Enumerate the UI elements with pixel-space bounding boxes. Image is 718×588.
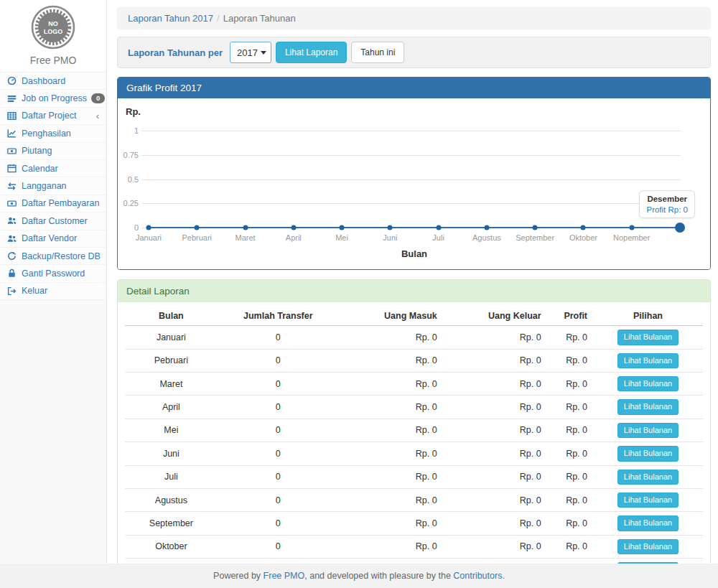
cell-uang-masuk: Rp. 0 <box>339 465 443 488</box>
cell-jumlah-transfer: 0 <box>218 512 339 535</box>
lock-icon <box>6 269 17 278</box>
lihat-bulanan-button[interactable]: Lihat Bulanan <box>617 515 679 531</box>
cell-uang-keluar: Rp. 0 <box>443 535 547 558</box>
col-pilihan: Pilihan <box>593 307 703 326</box>
sidebar-item-label: Piutang <box>22 146 52 156</box>
detail-panel-body: Bulan Jumlah Transfer Uang Masuk Uang Ke… <box>118 302 710 588</box>
cell-pilihan: Lihat Bulanan <box>593 326 703 349</box>
sidebar-item-label: Keluar <box>22 286 47 296</box>
cell-pilihan: Lihat Bulanan <box>593 372 703 395</box>
tahun-ini-button[interactable]: Tahun ini <box>351 42 404 63</box>
data-point-juni[interactable] <box>388 225 393 230</box>
data-point-nopember[interactable] <box>629 225 634 230</box>
sidebar-item-dashboard[interactable]: Dashboard <box>0 72 106 89</box>
data-point-april[interactable] <box>291 225 296 230</box>
sidebar-item-label: Dashboard <box>22 76 65 86</box>
cell-jumlah-transfer: 0 <box>218 535 339 558</box>
cell-uang-keluar: Rp. 0 <box>443 465 547 488</box>
sidebar-item-calendar[interactable]: Calendar <box>0 159 106 177</box>
cell-uang-masuk: Rp. 0 <box>339 372 443 395</box>
data-point-maret[interactable] <box>243 225 248 230</box>
data-point-desember[interactable] <box>675 223 685 233</box>
cell-bulan: Agustus <box>125 488 218 511</box>
cell-bulan: Oktober <box>125 535 218 558</box>
lihat-laporan-button[interactable]: Lihat Laporan <box>276 42 347 63</box>
x-tick-label: Juni <box>383 233 397 242</box>
logo-text-bottom: LOGO <box>44 28 63 35</box>
cell-bulan: Pebruari <box>125 349 218 372</box>
footer-brand-link[interactable]: Free PMO <box>264 571 305 581</box>
lihat-bulanan-button[interactable]: Lihat Bulanan <box>617 330 679 345</box>
dashboard-icon <box>6 76 17 85</box>
lihat-bulanan-button[interactable]: Lihat Bulanan <box>617 446 679 461</box>
sidebar-item-ganti-password[interactable]: Ganti Password <box>0 264 106 281</box>
col-bulan: Bulan <box>125 307 218 326</box>
tooltip-value: Profit Rp: 0 <box>646 205 688 214</box>
cell-profit: Rp. 0 <box>547 465 593 488</box>
detail-report-panel: Detail Laporan Bulan Jumlah Transfer Uan… <box>117 279 711 588</box>
lihat-bulanan-button[interactable]: Lihat Bulanan <box>617 493 679 508</box>
year-select-value: 2017 <box>237 47 258 58</box>
x-tick-label: Agustus <box>472 233 501 242</box>
lihat-bulanan-button[interactable]: Lihat Bulanan <box>617 399 679 414</box>
data-point-agustus[interactable] <box>484 225 489 230</box>
sidebar-item-label: Penghasilan <box>22 129 71 139</box>
lihat-bulanan-button[interactable]: Lihat Bulanan <box>617 376 679 391</box>
gridline <box>141 179 681 180</box>
sidebar-item-keluar[interactable]: Keluar <box>0 282 106 299</box>
sidebar-item-label: Job on Progress <box>22 93 87 103</box>
x-tick-label: Januari <box>136 233 162 242</box>
cell-pilihan: Lihat Bulanan <box>593 512 703 535</box>
cell-uang-masuk: Rp. 0 <box>339 396 443 419</box>
breadcrumb-link[interactable]: Laporan Tahun 2017 <box>128 13 213 24</box>
cell-pilihan: Lihat Bulanan <box>593 488 703 511</box>
data-point-mei[interactable] <box>340 225 345 230</box>
cell-jumlah-transfer: 0 <box>218 326 339 349</box>
data-point-januari[interactable] <box>146 225 151 230</box>
page: NO LOGO Free PMO Dashboard Job on Progre… <box>0 0 718 588</box>
col-uang-masuk: Uang Masuk <box>339 307 443 326</box>
line-chart-icon <box>6 129 17 138</box>
logo-text-top: NO <box>48 20 58 27</box>
sidebar-item-daftar-customer[interactable]: Daftar Customer <box>0 212 106 229</box>
cell-pilihan: Lihat Bulanan <box>593 465 703 488</box>
data-point-september[interactable] <box>533 225 538 230</box>
cell-uang-keluar: Rp. 0 <box>443 349 547 372</box>
col-uang-keluar: Uang Keluar <box>443 307 547 326</box>
cell-uang-masuk: Rp. 0 <box>339 488 443 511</box>
year-select[interactable]: 2017 <box>230 42 271 63</box>
sidebar-item-daftar-project[interactable]: Daftar Project ‹ <box>0 107 106 124</box>
table-row: Juni 0 Rp. 0 Rp. 0 Rp. 0 Lihat Bulanan <box>125 442 703 465</box>
sidebar-item-job-on-progress[interactable]: Job on Progress 0 <box>0 89 106 106</box>
data-point-pebruari[interactable] <box>195 225 200 230</box>
sidebar-item-backup-restore-db[interactable]: Backup/Restore DB <box>0 247 106 264</box>
sidebar-item-piutang[interactable]: Piutang <box>0 142 106 159</box>
cell-uang-masuk: Rp. 0 <box>339 419 443 442</box>
lihat-bulanan-button[interactable]: Lihat Bulanan <box>617 470 679 485</box>
cell-jumlah-transfer: 0 <box>218 372 339 395</box>
cell-uang-masuk: Rp. 0 <box>339 442 443 465</box>
table-body: Januari 0 Rp. 0 Rp. 0 Rp. 0 Lihat Bulana… <box>125 326 703 588</box>
table-row: Januari 0 Rp. 0 Rp. 0 Rp. 0 Lihat Bulana… <box>125 326 703 349</box>
cell-uang-masuk: Rp. 0 <box>339 535 443 558</box>
footer: Powered by Free PMO, and developed with … <box>0 564 718 588</box>
cell-uang-masuk: Rp. 0 <box>339 326 443 349</box>
lihat-bulanan-button[interactable]: Lihat Bulanan <box>617 423 679 438</box>
cell-bulan: Juni <box>125 442 218 465</box>
y-tick-label: 1 <box>118 126 139 135</box>
sidebar-item-daftar-pembayaran[interactable]: Daftar Pembayaran <box>0 195 106 212</box>
sidebar-item-daftar-vendor[interactable]: Daftar Vendor <box>0 230 106 247</box>
sidebar-item-langganan[interactable]: Langganan <box>0 177 106 194</box>
data-point-juli[interactable] <box>436 225 441 230</box>
x-tick-label: Maret <box>235 233 255 242</box>
table-header-row: Bulan Jumlah Transfer Uang Masuk Uang Ke… <box>125 307 703 326</box>
sidebar-item-penghasilan[interactable]: Penghasilan <box>0 124 106 141</box>
data-point-oktober[interactable] <box>581 225 586 230</box>
footer-text-middle: , and developed with pleasure by the <box>304 571 453 581</box>
table-row: Mei 0 Rp. 0 Rp. 0 Rp. 0 Lihat Bulanan <box>125 419 703 442</box>
lihat-bulanan-button[interactable]: Lihat Bulanan <box>617 539 679 554</box>
lihat-bulanan-button[interactable]: Lihat Bulanan <box>617 353 679 368</box>
cell-uang-keluar: Rp. 0 <box>443 488 547 511</box>
y-axis-title: Rp. <box>126 106 141 117</box>
footer-contributors-link[interactable]: Contributors. <box>453 571 505 581</box>
